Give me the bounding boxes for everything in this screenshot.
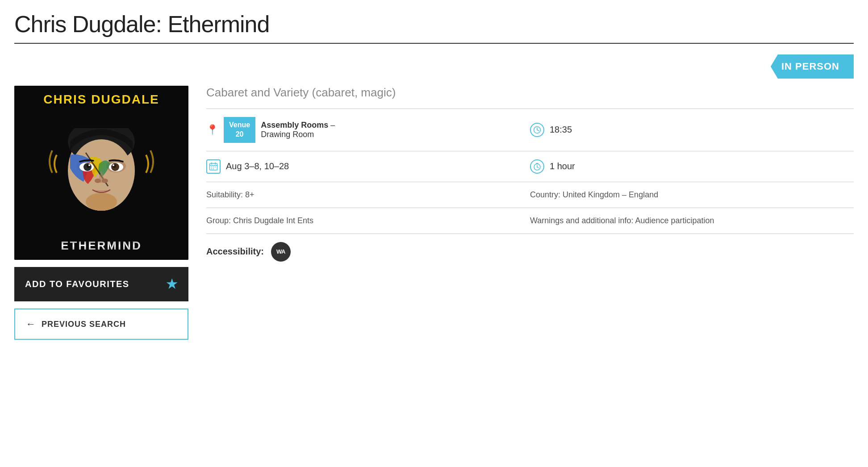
show-time: 18:35 — [550, 125, 572, 135]
face-container — [20, 107, 183, 239]
accessibility-row: Accessibility: WA — [206, 234, 854, 270]
previous-search-button[interactable]: ← PREVIOUS SEARCH — [14, 309, 188, 340]
suitability-cell: Suitability: 8+ — [206, 190, 530, 200]
time-cell: 18:35 — [530, 117, 854, 143]
svg-point-24 — [211, 167, 212, 167]
venue-separator: – — [330, 121, 335, 129]
suitability-country-row: Suitability: 8+ Country: United Kingdom … — [206, 182, 854, 208]
previous-search-label: PREVIOUS SEARCH — [42, 320, 126, 329]
svg-point-14 — [95, 179, 101, 183]
add-to-favourites-label: ADD TO FAVOURITES — [25, 279, 129, 289]
venue-name-bold: Assembly Rooms — [261, 121, 328, 129]
show-title-bottom: ETHERMIND — [61, 239, 142, 253]
calendar-icon — [206, 159, 221, 174]
main-layout: CHRIS DUGDALE — [14, 86, 854, 340]
svg-point-27 — [211, 168, 212, 169]
svg-point-13 — [113, 164, 114, 166]
star-icon: ★ — [166, 277, 178, 292]
info-table: 📍 Venue 20 Assembly Rooms – Drawing Room — [206, 108, 854, 270]
group-warnings-row: Group: Chris Dugdale Int Ents Warnings a… — [206, 208, 854, 234]
show-image: CHRIS DUGDALE — [14, 86, 188, 260]
show-title-top: CHRIS DUGDALE — [43, 93, 159, 107]
group-cell: Group: Chris Dugdale Int Ents — [206, 216, 530, 225]
venue-cell: 📍 Venue 20 Assembly Rooms – Drawing Room — [206, 117, 530, 143]
location-pin-icon: 📍 — [206, 124, 218, 136]
svg-line-19 — [537, 130, 539, 131]
timer-svg — [533, 163, 541, 171]
artwork-container: CHRIS DUGDALE — [14, 86, 188, 260]
dates-cell: Aug 3–8, 10–28 — [206, 159, 530, 174]
svg-point-28 — [213, 168, 214, 169]
wa-badge: WA — [271, 242, 291, 262]
duration-cell: 1 hour — [530, 159, 854, 174]
in-person-banner: IN PERSON — [14, 54, 854, 79]
arrow-left-icon: ← — [26, 318, 36, 330]
in-person-tag: IN PERSON — [771, 54, 854, 79]
svg-point-26 — [215, 167, 216, 167]
warnings-cell: Warnings and additional info: Audience p… — [530, 216, 854, 225]
title-divider — [14, 43, 854, 44]
svg-point-25 — [213, 167, 214, 167]
clock-icon — [530, 123, 544, 137]
svg-line-31 — [537, 167, 538, 168]
svg-point-16 — [86, 193, 117, 211]
country-cell: Country: United Kingdom – England — [530, 190, 854, 200]
svg-point-9 — [88, 164, 90, 166]
left-panel: CHRIS DUGDALE — [14, 86, 188, 340]
venue-name: Assembly Rooms – Drawing Room — [261, 121, 335, 139]
page-title: Chris Dugdale: Ethermind — [14, 11, 854, 38]
timer-icon — [530, 159, 544, 174]
clock-svg — [533, 126, 541, 134]
show-duration: 1 hour — [550, 161, 575, 171]
dates-duration-row: Aug 3–8, 10–28 1 hour — [206, 151, 854, 182]
add-to-favourites-button[interactable]: ADD TO FAVOURITES ★ — [14, 267, 188, 301]
right-panel: Cabaret and Variety (cabaret, magic) 📍 V… — [206, 86, 854, 270]
genre-label: Cabaret and Variety (cabaret, magic) — [206, 86, 854, 100]
calendar-svg — [209, 162, 218, 171]
svg-point-15 — [102, 179, 108, 183]
venue-time-row: 📍 Venue 20 Assembly Rooms – Drawing Room — [206, 109, 854, 151]
show-dates: Aug 3–8, 10–28 — [226, 161, 289, 171]
venue-room: Drawing Room — [261, 130, 314, 139]
face-svg — [48, 128, 155, 217]
accessibility-label: Accessibility: — [206, 246, 264, 257]
venue-badge: Venue 20 — [224, 117, 255, 143]
